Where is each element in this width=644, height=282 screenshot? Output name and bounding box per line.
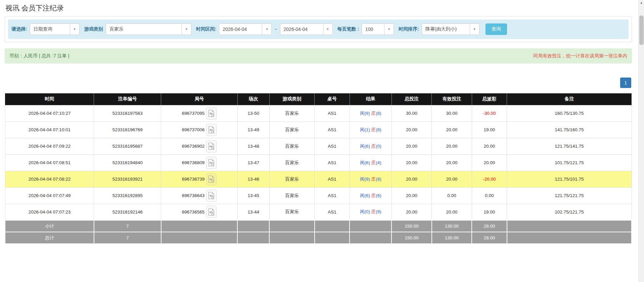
cell-table-no: AS1 <box>315 138 350 154</box>
per-page-value: 100 <box>362 24 384 35</box>
cell-result: 闲(6) 庄(0) <box>350 138 392 154</box>
cell-payout: 20.00 <box>472 138 507 154</box>
cell-valid-bet: 20.00 <box>432 171 472 187</box>
result-banker: 庄 <box>370 209 376 214</box>
cell-game-type: 百家乐 <box>269 204 314 220</box>
vertical-scrollbar[interactable]: ▲ <box>638 0 644 282</box>
cell-result: 闲(9) 庄(8) <box>350 171 392 187</box>
result-player: 闲(9) <box>360 177 370 182</box>
video-replay-button[interactable] <box>206 206 217 218</box>
total-total-bet: 150.00 <box>392 232 431 244</box>
cell-result: 闲(1) 庄(8) <box>350 122 392 138</box>
table-row: 2026-04-04 07:08:51523316194840696736809… <box>5 154 632 171</box>
video-replay-button[interactable] <box>206 140 217 152</box>
cell-time: 2026-04-04 07:08:51 <box>5 154 94 171</box>
result-banker-points: (8) <box>376 127 381 132</box>
total-count: 7 <box>94 232 161 244</box>
sort-label: 时间排序: <box>399 26 419 32</box>
scrollbar-up-arrow[interactable]: ▲ <box>639 0 644 6</box>
video-file-icon <box>208 192 215 199</box>
result-banker-points: (8) <box>376 177 381 182</box>
cell-payout: 20.00 <box>472 154 507 171</box>
round-number: 696737095 <box>182 111 205 116</box>
chevron-down-icon[interactable]: ▼ <box>470 24 479 35</box>
query-type-select[interactable]: 日期查询 ▼ <box>30 23 80 35</box>
cell-note: 101.75/121.75 <box>507 154 632 171</box>
cell-valid-bet: 20.00 <box>432 138 472 154</box>
subtotal-round <box>161 220 238 232</box>
column-header-6: 结果 <box>350 93 392 105</box>
column-header-9: 总派彩 <box>472 93 507 105</box>
round-number: 696736739 <box>182 177 205 182</box>
cell-total-bet[interactable]: 20.00 <box>392 138 431 154</box>
table-row: 2026-04-04 07:10:27523316197563696737095… <box>5 105 632 122</box>
cell-game-type: 百家乐 <box>269 187 314 204</box>
cell-total-bet[interactable]: 20.00 <box>392 154 431 171</box>
cell-time: 2026-04-04 07:08:22 <box>5 171 94 187</box>
cell-round-id: 696736643 <box>161 187 238 204</box>
video-replay-button[interactable] <box>206 124 217 136</box>
page-content: 视讯 会员下注纪录 请选择: 日期查询 ▼ 游戏类别 百家乐 ▼ 时间区间: 2… <box>0 0 644 244</box>
round-number: 696736643 <box>182 193 205 198</box>
video-file-icon <box>208 159 215 167</box>
cell-total-bet[interactable]: 20.00 <box>392 171 431 187</box>
cell-valid-bet: 20.00 <box>432 154 472 171</box>
round-number: 696736565 <box>182 209 205 215</box>
scrollbar-thumb[interactable] <box>639 15 644 45</box>
cell-total-bet[interactable]: 20.00 <box>392 122 431 138</box>
cell-total-bet[interactable]: 30.00 <box>392 105 431 122</box>
column-header-10: 备注 <box>507 93 632 105</box>
subtotal-label: 小计 <box>5 220 94 232</box>
game-type-select[interactable]: 百家乐 ▼ <box>106 23 191 35</box>
result-banker: 庄 <box>370 177 376 182</box>
cell-session: 13-50 <box>237 105 269 122</box>
date-to-select[interactable]: 2026-04-04 ▼ <box>280 23 333 35</box>
cell-note: 160.75/130.75 <box>507 105 632 122</box>
video-replay-button[interactable] <box>206 157 217 169</box>
cell-game-type: 百家乐 <box>269 122 314 138</box>
chevron-down-icon[interactable]: ▼ <box>384 24 394 35</box>
cell-bet-id: 523316197563 <box>94 105 161 122</box>
cell-session: 13-48 <box>237 138 269 154</box>
page-button-1[interactable]: 1 <box>620 78 631 88</box>
cell-bet-id: 523316193921 <box>94 171 161 187</box>
cell-time: 2026-04-04 07:10:27 <box>5 105 94 122</box>
subtotal-payout: 28.00 <box>472 220 507 232</box>
cell-total-bet[interactable]: 20.00 <box>392 187 431 204</box>
summary-note: 同局有效投注，统一计算在该局第一张注单内 <box>533 53 627 59</box>
cell-table-no: AS1 <box>315 187 350 204</box>
video-file-icon <box>208 142 215 150</box>
table-row: 2026-04-04 07:08:22523316193921696736739… <box>5 171 632 187</box>
search-button[interactable]: 查询 <box>486 23 507 35</box>
page-title: 视讯 会员下注纪录 <box>5 3 632 16</box>
video-replay-button[interactable] <box>206 107 217 120</box>
result-banker: 庄 <box>370 127 376 132</box>
cell-valid-bet: 20.00 <box>432 204 472 220</box>
result-banker-points: (0) <box>376 144 381 149</box>
result-banker: 庄 <box>370 111 376 116</box>
chevron-down-icon[interactable]: ▼ <box>262 24 271 35</box>
cell-game-type: 百家乐 <box>269 105 314 122</box>
video-replay-button[interactable] <box>206 190 217 202</box>
total-table <box>315 232 350 244</box>
cell-result: 闲(6) 庄(6) <box>350 187 392 204</box>
total-session <box>237 232 269 244</box>
chevron-down-icon[interactable]: ▼ <box>323 24 332 35</box>
cell-total-bet[interactable]: 20.00 <box>392 204 431 220</box>
chevron-down-icon[interactable]: ▼ <box>70 24 79 35</box>
cell-valid-bet: 20.00 <box>432 122 472 138</box>
total-label: 总计 <box>5 232 94 244</box>
cell-payout: 19.00 <box>472 204 507 220</box>
cell-game-type: 百家乐 <box>269 171 314 187</box>
cell-round-id: 696736902 <box>161 138 238 154</box>
cell-time: 2026-04-04 07:07:49 <box>5 187 94 204</box>
date-from-select[interactable]: 2026-04-04 ▼ <box>219 23 272 35</box>
cell-payout: -20.00 <box>472 171 507 187</box>
query-type-value: 日期查询 <box>30 24 70 35</box>
per-page-select[interactable]: 100 ▼ <box>362 23 394 35</box>
subtotal-valid-bet: 130.00 <box>432 220 472 232</box>
video-replay-button[interactable] <box>206 173 217 185</box>
cell-bet-id: 523316196769 <box>94 122 161 138</box>
chevron-down-icon[interactable]: ▼ <box>182 24 191 35</box>
sort-select[interactable]: 降幂(由大到小) ▼ <box>422 23 479 35</box>
